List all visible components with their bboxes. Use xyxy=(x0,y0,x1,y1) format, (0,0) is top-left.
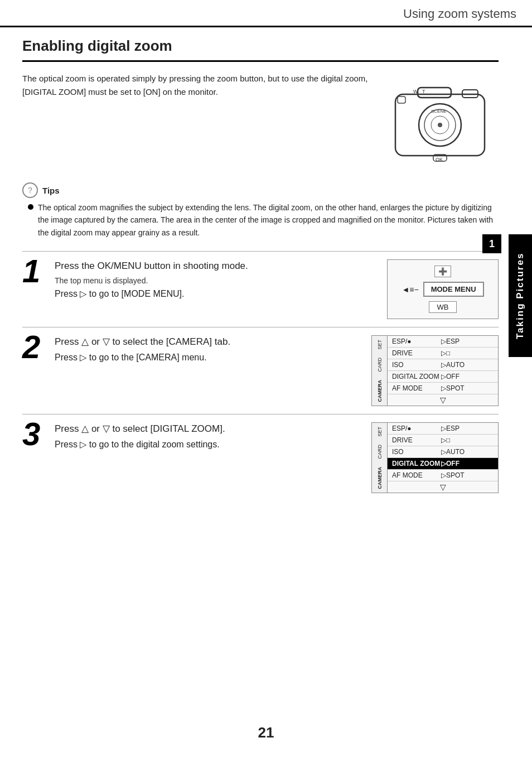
page-number: 21 xyxy=(258,724,274,741)
chapter-number: 1 xyxy=(482,234,501,253)
camera-illustration: W T SCENE OK xyxy=(381,72,499,172)
tab-value-afmode-2: ▷SPOT xyxy=(441,384,465,392)
step-1-section: 1 Press the OK/MENU button in shooting m… xyxy=(22,251,499,319)
tab-label-iso-3: ISO xyxy=(392,448,441,456)
step-1-title: Press the OK/MENU button in shooting mod… xyxy=(55,259,376,273)
tab-label-esp-3: ESP/● xyxy=(392,425,441,432)
tab-row-esp-3: ESP/● ▷ESP xyxy=(388,423,498,435)
step-3-section: 3 Press △ or ▽ to select [DIGITAL ZOOM].… xyxy=(22,414,499,493)
tips-label: Tips xyxy=(42,186,60,195)
tab-container-3: SET CARD CAMERA ESP/● ▷ESP DRIVE ▷□ xyxy=(387,422,499,493)
tips-box: ? Tips The optical zoom magnifies the su… xyxy=(22,182,499,239)
tab-value-iso-2: ▷AUTO xyxy=(441,361,465,369)
top-menu-box: ➕ ◄≡− MODE MENU WB xyxy=(387,259,499,319)
header-title: Using zoom systems xyxy=(403,7,516,21)
tab-set: SET xyxy=(377,340,383,350)
mode-menu-button: MODE MENU xyxy=(423,282,484,297)
tab-value-esp-3: ▷ESP xyxy=(441,425,460,432)
tab-row-esp-2: ESP/● ▷ESP xyxy=(388,336,498,348)
step-2-title: Press △ or ▽ to select the [CAMERA] tab. xyxy=(55,335,359,349)
camera-menu-box-3: ESP/● ▷ESP DRIVE ▷□ ISO ▷AUTO xyxy=(387,422,499,493)
svg-text:W: W xyxy=(413,89,418,94)
tab-row-afmode-3: AF MODE ▷SPOT xyxy=(388,470,498,481)
tab-label-dzoom-2: DIGITAL ZOOM xyxy=(392,373,441,380)
top-menu-row-3: WB xyxy=(394,299,491,315)
svg-text:T: T xyxy=(422,89,425,94)
tab-row-afmode-2: AF MODE ▷SPOT xyxy=(388,383,498,394)
tab-label-afmode-2: AF MODE xyxy=(392,384,441,392)
step-2-menu: SET CARD CAMERA ESP/● ▷ESP DRIVE ▷□ xyxy=(370,335,499,406)
step-2-section: 2 Press △ or ▽ to select the [CAMERA] ta… xyxy=(22,327,499,406)
flash-icon: ➕ xyxy=(434,266,451,277)
side-tab: Taking Pictures xyxy=(509,234,532,357)
intro-row: The optical zoom is operated simply by p… xyxy=(22,72,499,172)
tab-camera-3: CAMERA xyxy=(377,467,383,489)
wb-button: WB xyxy=(429,301,457,313)
tab-labels-2: SET CARD CAMERA xyxy=(371,335,387,406)
tab-row-iso-3: ISO ▷AUTO xyxy=(388,446,498,458)
tab-value-esp-2: ▷ESP xyxy=(441,337,460,345)
intro-text: The optical zoom is operated simply by p… xyxy=(22,72,381,99)
step-3-content: Press △ or ▽ to select [DIGITAL ZOOM]. P… xyxy=(55,422,499,493)
arrow-down-2: ▽ xyxy=(388,394,498,406)
tab-label-drive-2: DRIVE xyxy=(392,349,441,357)
camera-svg: W T SCENE OK xyxy=(384,72,496,172)
tab-set-3: SET xyxy=(377,427,383,437)
tab-row-drive-2: DRIVE ▷□ xyxy=(388,348,498,359)
tips-header: ? Tips xyxy=(22,182,499,198)
tips-text: The optical zoom magnifies the subject b… xyxy=(38,201,499,239)
step-3-number: 3 xyxy=(22,418,46,450)
tab-label-iso-2: ISO xyxy=(392,361,441,369)
tab-camera: CAMERA xyxy=(377,380,383,402)
tab-card: CARD xyxy=(377,358,383,372)
bullet-dot xyxy=(28,204,33,210)
tab-value-iso-3: ▷AUTO xyxy=(441,448,465,456)
page-header: Using zoom systems xyxy=(0,0,532,27)
tab-value-afmode-3: ▷SPOT xyxy=(441,471,465,479)
step-2-action: Press ▷ to go to the [CAMERA] menu. xyxy=(55,352,359,363)
step-1-menu: ➕ ◄≡− MODE MENU WB xyxy=(387,259,499,319)
top-menu-row-2: ◄≡− MODE MENU xyxy=(394,279,491,299)
tab-label-drive-3: DRIVE xyxy=(392,436,441,444)
tab-value-dzoom-3: ▷OFF xyxy=(441,460,460,467)
tab-label-esp-2: ESP/● xyxy=(392,337,441,345)
tab-row-dzoom-3: DIGITAL ZOOM ▷OFF xyxy=(388,458,498,470)
tab-label-afmode-3: AF MODE xyxy=(392,471,441,479)
step-3-menu: SET CARD CAMERA ESP/● ▷ESP DRIVE ▷□ xyxy=(370,422,499,493)
step-1-sub: The top menu is displayed. xyxy=(55,276,376,285)
tab-value-drive-3: ▷□ xyxy=(441,436,450,444)
tips-bullet: The optical zoom magnifies the subject b… xyxy=(22,201,499,239)
step-3-title: Press △ or ▽ to select [DIGITAL ZOOM]. xyxy=(55,422,359,436)
tab-row-dzoom-2: DIGITAL ZOOM ▷OFF xyxy=(388,371,498,383)
left-icon: ◄≡− xyxy=(402,285,418,294)
tab-value-dzoom-2: ▷OFF xyxy=(441,373,460,380)
section-title: Enabling digital zoom xyxy=(22,37,499,62)
step-1-content: Press the OK/MENU button in shooting mod… xyxy=(55,259,499,319)
step-1-number: 1 xyxy=(22,255,46,287)
svg-rect-12 xyxy=(398,97,405,103)
side-tab-label: Taking Pictures xyxy=(515,252,526,339)
step-2-content: Press △ or ▽ to select the [CAMERA] tab.… xyxy=(55,335,499,406)
tab-row-drive-3: DRIVE ▷□ xyxy=(388,435,498,446)
tab-labels-3: SET CARD CAMERA xyxy=(371,422,387,493)
step-3-action: Press ▷ to go to the digital zoom settin… xyxy=(55,439,359,450)
tab-card-3: CARD xyxy=(377,445,383,459)
svg-text:SCENE: SCENE xyxy=(431,109,447,114)
step-2-number: 2 xyxy=(22,331,46,363)
top-menu-row-1: ➕ xyxy=(394,263,491,279)
main-content: Enabling digital zoom The optical zoom i… xyxy=(0,27,532,534)
camera-menu-box-2: ESP/● ▷ESP DRIVE ▷□ ISO ▷AUTO xyxy=(387,335,499,406)
tab-value-drive-2: ▷□ xyxy=(441,349,450,357)
tab-label-dzoom-3: DIGITAL ZOOM xyxy=(392,460,441,467)
tips-icon: ? xyxy=(22,182,38,198)
tab-container-2: SET CARD CAMERA ESP/● ▷ESP DRIVE ▷□ xyxy=(387,335,499,406)
svg-point-9 xyxy=(438,123,442,127)
tab-row-iso-2: ISO ▷AUTO xyxy=(388,359,498,371)
step-1-action: Press ▷ to go to [MODE MENU]. xyxy=(55,288,376,299)
arrow-down-3: ▽ xyxy=(388,481,498,493)
